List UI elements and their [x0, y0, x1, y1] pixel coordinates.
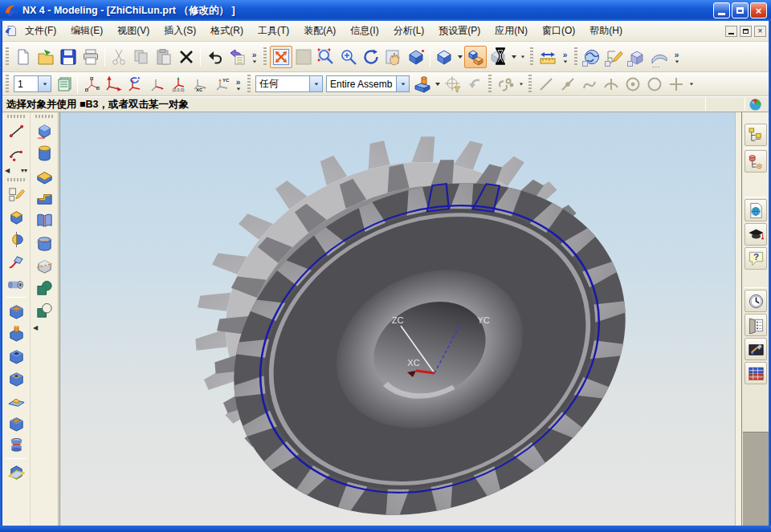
toolbar-grip[interactable]: [6, 75, 9, 94]
tutorials-button[interactable]: [744, 223, 767, 246]
chain-options-dropdown[interactable]: [516, 74, 525, 95]
measure-overflow-button[interactable]: »: [559, 45, 571, 69]
slot-button[interactable]: [5, 412, 28, 434]
undo-button[interactable]: [203, 46, 226, 68]
toolbar-grip[interactable]: [530, 47, 533, 67]
toolbar-grip[interactable]: [7, 178, 25, 181]
selection-filter-combo[interactable]: 任何: [255, 75, 323, 92]
sketch-button[interactable]: [603, 46, 626, 68]
pan-view-button[interactable]: [382, 46, 405, 68]
menu-preferences[interactable]: 预设置(P): [431, 22, 487, 40]
mdi-close-button[interactable]: ×: [754, 26, 766, 37]
toolbar-grip[interactable]: [35, 115, 53, 118]
unite-button[interactable]: [33, 278, 56, 299]
wcs-align-xc-button[interactable]: XC: [189, 74, 210, 94]
wcs-overflow-button[interactable]: »: [232, 72, 244, 96]
graphics-viewport[interactable]: ZC YC XC: [59, 112, 735, 526]
new-button[interactable]: [12, 46, 35, 68]
toolbar-grip[interactable]: [528, 75, 532, 94]
close-button[interactable]: ×: [750, 2, 767, 18]
rotate-view-button[interactable]: [360, 46, 382, 68]
render-style-button-selected[interactable]: [464, 46, 487, 68]
menu-window[interactable]: 窗口(O): [535, 22, 582, 40]
visualization-palette-button[interactable]: [744, 362, 767, 384]
revolve-button[interactable]: [5, 229, 28, 250]
system-palettes-button[interactable]: [744, 338, 767, 360]
sketch-button[interactable]: [5, 184, 28, 205]
menu-insert[interactable]: 插入(S): [157, 22, 203, 40]
pocket-button[interactable]: [5, 345, 28, 367]
step-boss-button[interactable]: [33, 188, 56, 209]
toolbar-grip[interactable]: [6, 47, 9, 67]
synchronous-modeling-button[interactable]: [581, 46, 603, 68]
swept-feature-button[interactable]: ...: [648, 46, 671, 68]
print-button[interactable]: [80, 46, 102, 68]
emboss-button[interactable]: [5, 323, 28, 344]
internet-browser-button[interactable]: [744, 199, 767, 221]
trim-body-button[interactable]: [33, 233, 56, 254]
menu-view[interactable]: 视图(V): [110, 22, 157, 40]
delete-button[interactable]: [175, 46, 198, 68]
basic-arc-button[interactable]: [5, 143, 28, 164]
history-button[interactable]: [744, 290, 767, 312]
wcs-rotate-button[interactable]: [124, 74, 145, 94]
menu-assemblies[interactable]: 装配(A): [296, 22, 343, 40]
toolbox-collapse-button[interactable]: ◀▾▾: [2, 164, 30, 176]
toolbox-collapse-button[interactable]: ◀: [31, 322, 58, 333]
perspective-button[interactable]: [405, 46, 427, 68]
select-in-work-part-button[interactable]: [411, 74, 433, 94]
toolbar-grip[interactable]: [574, 47, 577, 67]
snapshot-dropdown[interactable]: [509, 47, 518, 67]
toolbar-grip[interactable]: [247, 75, 251, 94]
menu-analysis[interactable]: 分析(L): [386, 22, 432, 40]
selection-options-dropdown[interactable]: [433, 74, 442, 95]
wcs-orient-button[interactable]: [145, 74, 167, 94]
toolbar-grip[interactable]: [488, 75, 492, 94]
trim-sheet-button[interactable]: [33, 255, 56, 277]
user-defined-feature-button[interactable]: [33, 210, 56, 232]
help-button[interactable]: ?: [744, 247, 767, 270]
zoom-in-out-button[interactable]: [337, 46, 360, 68]
toolbar-grip[interactable]: [263, 47, 267, 67]
menu-help[interactable]: 帮助(H): [582, 22, 630, 40]
roles-button[interactable]: [744, 314, 767, 336]
wcs-set-origin-button[interactable]: (0,0,0): [167, 74, 189, 94]
wcs-dynamics-button[interactable]: [80, 74, 102, 94]
extrude-button[interactable]: [5, 206, 28, 228]
wcs-origin-button[interactable]: [102, 74, 124, 94]
zoom-button[interactable]: [315, 46, 337, 68]
open-button[interactable]: [35, 46, 57, 68]
assembly-navigator-button[interactable]: [744, 124, 767, 146]
gear-3d-model[interactable]: ZC YC XC: [60, 112, 735, 526]
restore-button[interactable]: [732, 2, 749, 18]
title-bar[interactable]: NX 4 - Modeling - [ZhiChiLun.prt （修改的） ]…: [0, 0, 771, 21]
combo-arrow-button[interactable]: [309, 76, 322, 91]
status-sphere-icon[interactable]: [749, 98, 762, 112]
history-palette-button[interactable]: [226, 46, 248, 68]
cylinder-button[interactable]: [33, 143, 56, 164]
fit-view-button[interactable]: [270, 46, 292, 68]
toolbar-grip[interactable]: [7, 115, 25, 118]
menu-application[interactable]: 应用(N): [487, 22, 535, 40]
work-layer-combo[interactable]: 1: [14, 75, 51, 92]
snapshot-button[interactable]: [487, 46, 509, 68]
combo-arrow-button[interactable]: [396, 76, 409, 91]
boss-button[interactable]: [5, 300, 28, 322]
save-button[interactable]: [57, 46, 80, 68]
menu-tools[interactable]: 工具(T): [251, 22, 296, 40]
feature-overflow-button[interactable]: »: [671, 45, 683, 69]
layer-settings-button[interactable]: [53, 74, 75, 94]
resource-bar-edge-strip[interactable]: [735, 112, 742, 526]
toolbar-overflow-button[interactable]: »: [248, 45, 260, 69]
wcs-align-yc-button[interactable]: YC: [210, 74, 232, 94]
menu-file[interactable]: 文件(F): [18, 22, 63, 40]
minimize-button[interactable]: [713, 2, 730, 18]
sweep-button[interactable]: [5, 251, 28, 273]
selection-scope-combo[interactable]: Entire Assemb: [326, 75, 410, 92]
combo-arrow-button[interactable]: [38, 76, 51, 91]
display-mode-shaded-button[interactable]: [433, 46, 455, 68]
subtract-button[interactable]: [33, 300, 56, 322]
block-button[interactable]: [33, 120, 56, 142]
menu-format[interactable]: 格式(R): [203, 22, 251, 40]
part-navigator-button[interactable]: [744, 150, 767, 173]
